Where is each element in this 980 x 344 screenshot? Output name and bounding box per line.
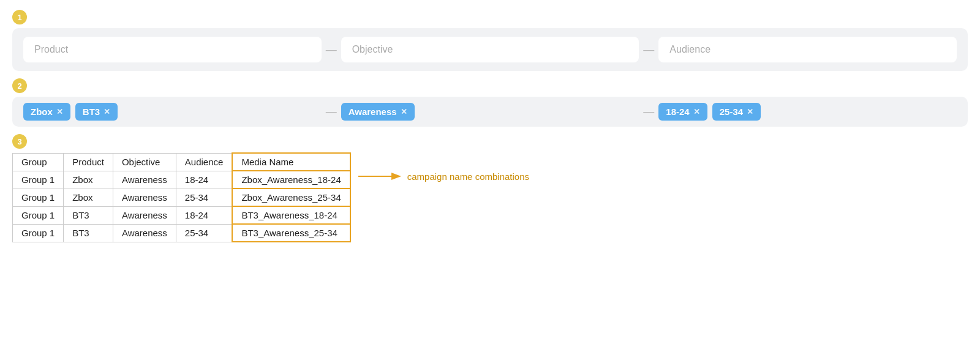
step-badge-2: 2 <box>12 78 27 93</box>
col-header-product: Product <box>64 153 113 171</box>
tag-bt3-label: BT3 <box>83 107 100 117</box>
cell-media-name: BT3_Awareness_25-34 <box>232 224 350 242</box>
audience-placeholder: Audience <box>669 44 710 55</box>
section-3: 3 Group Product Objective Audience Media… <box>12 134 968 242</box>
col-header-objective: Objective <box>113 153 176 171</box>
cell-product: BT3 <box>64 224 113 242</box>
arrow-icon <box>358 170 401 183</box>
tag-zbox-label: Zbox <box>31 107 53 117</box>
table-header-row: Group Product Objective Audience Media N… <box>13 153 350 171</box>
separator-4: — <box>639 105 658 118</box>
separator-3: — <box>322 105 341 118</box>
objective-placeholder: Objective <box>352 44 393 55</box>
tag-18-24-label: 18-24 <box>666 107 689 117</box>
tag-25-34-label: 25-34 <box>720 107 743 117</box>
cell-group: Group 1 <box>13 189 64 206</box>
separator-1: — <box>322 43 341 56</box>
cell-media-name: Zbox_Awareness_18-24 <box>232 171 350 189</box>
table-row: Group 1 Zbox Awareness 18-24 Zbox_Awaren… <box>13 171 350 189</box>
annotation-text: campaign name combinations <box>407 171 529 182</box>
cell-audience: 18-24 <box>176 171 232 189</box>
tag-zbox[interactable]: Zbox ✕ <box>23 103 70 121</box>
audience-tags-group: 18-24 ✕ 25-34 ✕ <box>658 103 957 121</box>
table-wrapper: Group Product Objective Audience Media N… <box>12 152 968 242</box>
product-filter-box[interactable]: Product <box>23 37 322 62</box>
step-badge-3: 3 <box>12 134 27 149</box>
tags-row: Zbox ✕ BT3 ✕ — Awareness ✕ — 18-24 ✕ 25-… <box>12 97 968 127</box>
col-header-audience: Audience <box>176 153 232 171</box>
tag-awareness[interactable]: Awareness ✕ <box>341 103 415 121</box>
table-row: Group 1 Zbox Awareness 25-34 Zbox_Awaren… <box>13 189 350 206</box>
campaign-table: Group Product Objective Audience Media N… <box>12 152 351 242</box>
objective-tags-group: Awareness ✕ <box>341 103 639 121</box>
separator-2: — <box>639 43 658 56</box>
cell-media-name: BT3_Awareness_18-24 <box>232 206 350 224</box>
tag-bt3[interactable]: BT3 ✕ <box>75 103 118 121</box>
tag-awareness-label: Awareness <box>349 107 397 117</box>
table-row: Group 1 BT3 Awareness 18-24 BT3_Awarenes… <box>13 206 350 224</box>
cell-audience: 25-34 <box>176 189 232 206</box>
filter-row-1: Product — Objective — Audience <box>12 28 968 71</box>
step-badge-1: 1 <box>12 10 27 24</box>
product-placeholder: Product <box>34 44 68 55</box>
section-1: 1 Product — Objective — Audience <box>12 10 968 71</box>
tag-25-34-remove[interactable]: ✕ <box>747 107 753 116</box>
cell-audience: 25-34 <box>176 224 232 242</box>
cell-audience: 18-24 <box>176 206 232 224</box>
cell-objective: Awareness <box>113 189 176 206</box>
tag-25-34[interactable]: 25-34 ✕ <box>712 103 761 121</box>
table-row: Group 1 BT3 Awareness 25-34 BT3_Awarenes… <box>13 224 350 242</box>
tag-18-24-remove[interactable]: ✕ <box>693 107 700 116</box>
tag-18-24[interactable]: 18-24 ✕ <box>658 103 707 121</box>
tag-bt3-remove[interactable]: ✕ <box>104 107 110 116</box>
cell-group: Group 1 <box>13 224 64 242</box>
cell-product: Zbox <box>64 171 113 189</box>
cell-objective: Awareness <box>113 206 176 224</box>
cell-group: Group 1 <box>13 206 64 224</box>
tag-zbox-remove[interactable]: ✕ <box>56 107 63 116</box>
section-2: 2 Zbox ✕ BT3 ✕ — Awareness ✕ — 18-24 <box>12 78 968 127</box>
svg-marker-1 <box>391 173 401 180</box>
audience-filter-box[interactable]: Audience <box>658 37 957 62</box>
col-header-media-name: Media Name <box>232 153 350 171</box>
cell-objective: Awareness <box>113 171 176 189</box>
cell-product: BT3 <box>64 206 113 224</box>
cell-product: Zbox <box>64 189 113 206</box>
cell-media-name: Zbox_Awareness_25-34 <box>232 189 350 206</box>
annotation: campaign name combinations <box>358 170 529 183</box>
objective-filter-box[interactable]: Objective <box>341 37 639 62</box>
tag-awareness-remove[interactable]: ✕ <box>401 107 407 116</box>
cell-group: Group 1 <box>13 171 64 189</box>
product-tags-group: Zbox ✕ BT3 ✕ <box>23 103 322 121</box>
cell-objective: Awareness <box>113 224 176 242</box>
col-header-group: Group <box>13 153 64 171</box>
